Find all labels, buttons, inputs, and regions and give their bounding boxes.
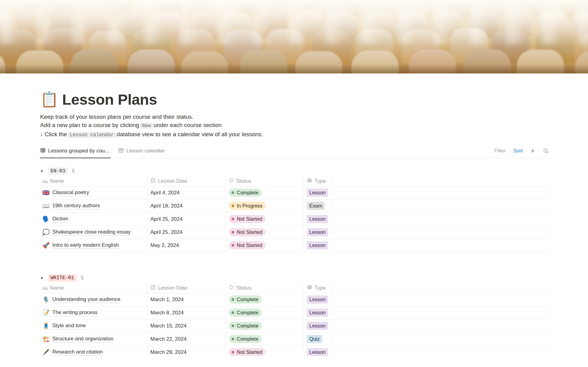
status-cell[interactable]: Not Started bbox=[226, 213, 304, 226]
lesson-date-value: April 18, 2024 bbox=[150, 203, 183, 209]
type-badge[interactable]: Lesson bbox=[307, 241, 328, 249]
type-badge[interactable]: Lesson bbox=[307, 348, 328, 356]
tab-lesson-calendar[interactable]: Lesson calendar bbox=[118, 144, 164, 158]
column-header-name[interactable]: Aa Name bbox=[40, 177, 147, 186]
cover-image bbox=[0, 0, 588, 73]
status-badge[interactable]: Not Started bbox=[229, 241, 266, 249]
type-cell[interactable]: Lesson bbox=[304, 320, 332, 332]
group-header: ▼ WRITE-01 5 bbox=[40, 272, 549, 283]
type-badge[interactable]: Lesson bbox=[307, 322, 328, 330]
status-label: Complete bbox=[237, 309, 258, 316]
status-cell[interactable]: Complete bbox=[226, 333, 304, 346]
status-label: Not Started bbox=[237, 229, 262, 235]
column-header-status[interactable]: Status bbox=[226, 283, 304, 293]
type-badge[interactable]: Lesson bbox=[307, 228, 328, 236]
group-collapse-toggle-icon[interactable]: ▼ bbox=[40, 169, 44, 173]
type-cell[interactable]: Lesson bbox=[304, 226, 332, 239]
name-cell[interactable]: 🚀 Intro to early modern English bbox=[40, 239, 147, 252]
lesson-date-cell[interactable]: April 4, 2024 bbox=[147, 186, 226, 199]
status-badge[interactable]: Not Started bbox=[229, 215, 266, 223]
status-badge[interactable]: Complete bbox=[229, 335, 262, 343]
lesson-name-link[interactable]: Structure and organization bbox=[52, 336, 113, 343]
lesson-name-link[interactable]: Shakespeare close reading essay bbox=[52, 229, 130, 236]
type-cell[interactable]: Lesson bbox=[304, 239, 332, 252]
column-header-filler bbox=[332, 283, 549, 293]
type-badge[interactable]: Exam bbox=[307, 202, 325, 210]
type-cell[interactable]: Lesson bbox=[304, 213, 332, 226]
status-cell[interactable]: Complete bbox=[226, 293, 304, 306]
status-cell[interactable]: Not Started bbox=[226, 239, 304, 252]
search-icon[interactable] bbox=[543, 148, 549, 154]
lesson-date-cell[interactable]: March 1, 2024 bbox=[147, 293, 226, 306]
column-header-lesson-date[interactable]: Lesson Date bbox=[147, 283, 226, 293]
name-cell[interactable]: 📖 19th century authors bbox=[40, 200, 147, 212]
page-title[interactable]: Lesson Plans bbox=[62, 91, 157, 109]
lesson-name-link[interactable]: Style and tone bbox=[52, 323, 86, 329]
row-filler bbox=[332, 333, 549, 346]
name-cell[interactable]: 📝 The writing process bbox=[40, 306, 147, 319]
name-cell[interactable]: 🏗️ Structure and organization bbox=[40, 333, 147, 346]
status-badge[interactable]: Not Started bbox=[229, 228, 266, 236]
status-badge[interactable]: In Progress bbox=[229, 202, 266, 210]
type-badge[interactable]: Lesson bbox=[307, 295, 328, 304]
column-header-lesson-date[interactable]: Lesson Date bbox=[147, 177, 226, 186]
type-cell[interactable]: Lesson bbox=[304, 293, 332, 306]
column-header-type[interactable]: Type bbox=[304, 283, 332, 293]
lightning-bolt-icon[interactable] bbox=[530, 148, 536, 154]
type-badge[interactable]: Quiz bbox=[307, 335, 322, 343]
type-badge[interactable]: Lesson bbox=[307, 215, 328, 223]
lesson-name-link[interactable]: Diction bbox=[52, 216, 68, 223]
name-cell[interactable]: 🎙️ Understanding your audience bbox=[40, 293, 147, 306]
course-group-EN-03: ▼ EN-03 5 Aa Name Lesson Dat bbox=[40, 166, 549, 252]
group-badge[interactable]: EN-03 bbox=[48, 167, 68, 175]
lesson-name-link[interactable]: Research and citation bbox=[52, 349, 103, 356]
tab-lessons-grouped-by-course[interactable]: Lessons grouped by cou... bbox=[40, 144, 109, 158]
name-cell[interactable]: 💭 Shakespeare close reading essay bbox=[40, 226, 147, 239]
type-cell[interactable]: Exam bbox=[304, 200, 332, 212]
type-cell[interactable]: Quiz bbox=[304, 333, 332, 346]
status-label: Complete bbox=[237, 336, 258, 342]
group-collapse-toggle-icon[interactable]: ▼ bbox=[40, 276, 44, 280]
name-cell[interactable]: 🧵 Style and tone bbox=[40, 320, 147, 332]
lesson-date-cell[interactable]: April 18, 2024 bbox=[147, 200, 226, 212]
lesson-date-cell[interactable]: March 15, 2024 bbox=[147, 320, 226, 332]
lesson-date-cell[interactable]: April 25, 2024 bbox=[147, 213, 226, 226]
database-toolbar: Lessons grouped by cou... Lesson calenda… bbox=[40, 144, 549, 158]
column-header-type[interactable]: Type bbox=[304, 177, 332, 186]
status-cell[interactable]: Complete bbox=[226, 306, 304, 319]
status-badge[interactable]: Complete bbox=[229, 295, 262, 304]
page-icon-clipboard-emoji[interactable]: 📋 bbox=[40, 92, 58, 107]
type-cell[interactable]: Lesson bbox=[304, 186, 332, 199]
group-badge[interactable]: WRITE-01 bbox=[48, 274, 77, 282]
name-cell[interactable]: 🇬🇧 Classical poetry bbox=[40, 186, 147, 199]
column-header-name[interactable]: Aa Name bbox=[40, 283, 147, 293]
type-cell[interactable]: Lesson bbox=[304, 306, 332, 319]
lesson-date-cell[interactable]: March 22, 2024 bbox=[147, 333, 226, 346]
lesson-date-cell[interactable]: March 8, 2024 bbox=[147, 306, 226, 319]
description-line-1: Keep track of your lesson plans per cour… bbox=[40, 113, 549, 121]
status-cell[interactable]: Not Started bbox=[226, 226, 304, 239]
filter-button[interactable]: Filter bbox=[494, 148, 506, 154]
lesson-name-link[interactable]: The writing process bbox=[52, 309, 97, 316]
type-badge[interactable]: Lesson bbox=[307, 309, 328, 317]
status-cell[interactable]: In Progress bbox=[226, 200, 304, 212]
lesson-date-cell[interactable]: April 25, 2024 bbox=[147, 226, 226, 239]
type-badge[interactable]: Lesson bbox=[307, 189, 328, 197]
lesson-name-link[interactable]: Understanding your audience bbox=[52, 296, 120, 303]
status-badge[interactable]: Complete bbox=[229, 189, 262, 197]
status-badge[interactable]: Not Started bbox=[229, 348, 266, 356]
status-cell[interactable]: Complete bbox=[226, 320, 304, 332]
lesson-date-cell[interactable]: May 2, 2024 bbox=[147, 239, 226, 252]
column-header-status[interactable]: Status bbox=[226, 177, 304, 186]
table-row: 🏗️ Structure and organization March 22, … bbox=[40, 333, 549, 346]
lesson-name-link[interactable]: Classical poetry bbox=[52, 189, 89, 196]
status-label: In Progress bbox=[237, 203, 262, 209]
name-cell[interactable]: 🗣️ Diction bbox=[40, 213, 147, 226]
lesson-name-link[interactable]: 19th century authors bbox=[52, 203, 100, 209]
status-cell[interactable]: Complete bbox=[226, 186, 304, 199]
status-badge[interactable]: Complete bbox=[229, 322, 262, 330]
lesson-name-link[interactable]: Intro to early modern English bbox=[52, 242, 119, 249]
sort-button[interactable]: Sort bbox=[513, 148, 523, 154]
status-badge[interactable]: Complete bbox=[229, 309, 262, 317]
page-content: 📋 Lesson Plans Keep track of your lesson… bbox=[0, 73, 588, 359]
